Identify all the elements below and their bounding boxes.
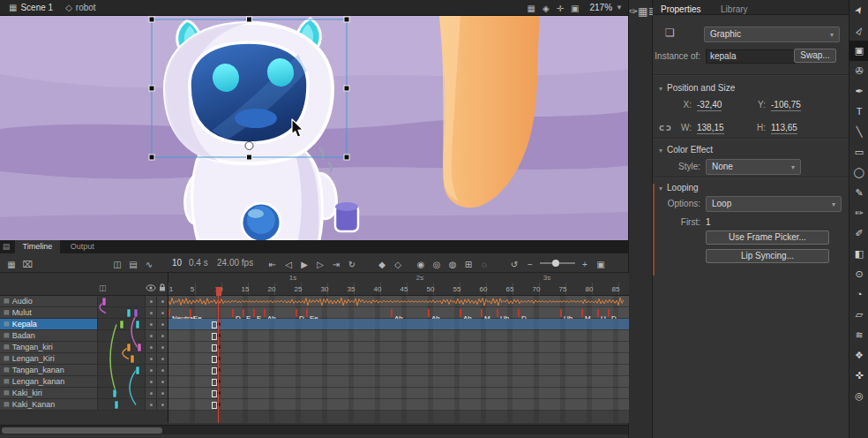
layer-depth-icon[interactable]: ◫ [109, 257, 125, 273]
thumbnail-view-icon[interactable]: ▤ [125, 257, 141, 273]
eraser-tool[interactable]: ▱ [849, 305, 868, 325]
onion-markers-icon[interactable]: ⊞ [460, 257, 476, 273]
zoom-out-timeline-icon[interactable]: − [522, 257, 538, 273]
layer-visibility-dot[interactable] [145, 365, 156, 375]
delete-icon[interactable]: ⌧ [19, 257, 35, 273]
fit-timeline-icon[interactable]: ▣ [593, 257, 609, 273]
subselection-tool[interactable]: ▻ [849, 20, 868, 41]
tab-output[interactable]: Output [63, 240, 102, 253]
pen-tool[interactable]: ✒ [849, 81, 868, 102]
layer-frames-row[interactable] [168, 376, 629, 388]
width-tool[interactable]: ≋ [849, 325, 868, 345]
layer-visibility-dot[interactable] [145, 353, 156, 364]
frame-rate-value[interactable]: 24.00 fps [217, 258, 253, 268]
layer-name-cell[interactable]: ▤Badan [0, 330, 97, 341]
edit-symbols-icon[interactable]: ◈ [542, 4, 550, 13]
layer-row[interactable]: ▤Audio [0, 296, 168, 307]
go-last-frame-icon[interactable]: ⇥ [328, 257, 344, 273]
paint-brush-tool[interactable]: ✐ [849, 223, 868, 244]
w-value[interactable]: 138,15 [697, 122, 724, 134]
edit-multiple-frames-icon[interactable]: ◍ [445, 257, 460, 273]
add-camera-icon[interactable]: ▦ [4, 257, 19, 273]
zoom-level-dropdown[interactable]: 217% ▼ [590, 3, 624, 12]
text-tool[interactable]: T [849, 102, 868, 122]
lock-all-layers-icon[interactable] [158, 283, 167, 292]
layer-row[interactable]: ▤Tangan_kanan [0, 365, 168, 376]
play-icon[interactable]: ▶ [296, 257, 312, 273]
style-dropdown[interactable]: None ▾ [706, 159, 801, 175]
layer-frames-row[interactable] [168, 399, 629, 411]
breadcrumb-scene[interactable]: Scene 1 [20, 3, 53, 12]
layer-row[interactable]: ▤Lengan_kanan [0, 376, 168, 388]
classic-brush-tool[interactable]: ✏ [849, 203, 868, 223]
layer-lock-dot[interactable] [156, 388, 168, 398]
layer-row[interactable]: ▤Lengan_Kiri [0, 353, 168, 365]
layer-lock-dot[interactable] [156, 307, 168, 318]
breadcrumb-symbol[interactable]: robot [76, 3, 96, 12]
layer-lock-dot[interactable] [156, 376, 168, 387]
layer-frames-row[interactable] [168, 319, 629, 330]
layer-name-cell[interactable]: ▤Audio [0, 296, 97, 306]
layer-lock-dot[interactable] [156, 330, 168, 341]
layer-name-cell[interactable]: ▤Mulut [0, 307, 97, 318]
layer-name-cell[interactable]: ▤Kaki_Kanan [0, 399, 97, 410]
layer-name-cell[interactable]: ▤Lengan_kanan [0, 376, 97, 387]
reset-timeline-zoom-icon[interactable]: ↺ [506, 257, 522, 273]
go-first-frame-icon[interactable]: ⇤ [265, 257, 281, 273]
paint-bucket-tool[interactable]: ◧ [849, 244, 868, 264]
layer-visibility-dot[interactable] [145, 330, 156, 341]
loop-options-dropdown[interactable]: Loop ▾ [706, 196, 842, 212]
first-frame-value[interactable]: 1 [706, 216, 711, 228]
hand-tool[interactable]: ✜ [849, 366, 868, 386]
layer-frames-row[interactable] [168, 353, 629, 365]
layer-row[interactable]: ▤Badan [0, 330, 168, 342]
layer-row[interactable]: ▤Kaki_kiri [0, 388, 168, 399]
current-frame-value[interactable]: 10 [172, 258, 182, 268]
layer-lock-dot[interactable] [156, 365, 168, 375]
graph-view-icon[interactable]: ∿ [141, 257, 157, 273]
swap-button[interactable]: Swap... [794, 49, 836, 63]
lip-syncing-button[interactable]: Lip Syncing... [706, 249, 829, 263]
layer-frames-row[interactable] [168, 342, 629, 353]
timeline-frame-ruler[interactable]: 1510152025303540455055606570758085 [168, 283, 629, 296]
edit-scene-icon[interactable]: ▦ [528, 4, 535, 13]
layer-row[interactable]: ▤Kaki_Kanan [0, 399, 168, 411]
section-color-effect[interactable]: ▾Color Effect [659, 145, 713, 155]
layer-name-cell[interactable]: ▤Tangan_kanan [0, 365, 97, 375]
layer-lock-dot[interactable] [156, 399, 168, 410]
eyedropper-tool[interactable]: ◔ [849, 284, 868, 305]
layer-visibility-dot[interactable] [145, 342, 156, 352]
zoom-in-timeline-icon[interactable]: + [577, 257, 593, 273]
line-tool[interactable]: ╲ [849, 122, 868, 142]
layer-name-cell[interactable]: ▤Kaki_kiri [0, 388, 97, 398]
layer-visibility-dot[interactable] [145, 376, 156, 387]
tab-timeline[interactable]: Timeline [15, 240, 61, 253]
tab-properties[interactable]: Properties [653, 3, 709, 14]
loop-icon[interactable]: ↻ [344, 257, 360, 273]
tab-library[interactable]: Library [713, 3, 756, 14]
slider-thumb[interactable] [552, 260, 559, 267]
transform-point[interactable] [245, 142, 253, 150]
step-back-icon[interactable]: ◁ [281, 257, 296, 273]
layer-row[interactable]: ▤Kepala [0, 319, 168, 330]
show-hide-all-layers-icon[interactable] [146, 283, 156, 292]
link-width-height-icon[interactable] [658, 123, 672, 133]
layer-frames-row[interactable]: NeutralEeDEFAhDEeAhAhAhMUhDUhMUD [168, 307, 629, 319]
layer-lock-dot[interactable] [156, 342, 168, 352]
insert-blank-keyframe-icon[interactable]: ◇ [390, 257, 406, 273]
instance-name-field[interactable]: kepala [706, 49, 796, 64]
free-transform-tool[interactable]: ▣ [849, 41, 868, 61]
layer-name-cell[interactable]: ▤Lengan_Kiri [0, 353, 97, 364]
section-looping[interactable]: ▾Looping [659, 183, 699, 193]
center-playhead-icon[interactable]: ◌ [476, 257, 492, 273]
h-value[interactable]: 113,65 [771, 122, 797, 134]
stage-canvas[interactable] [0, 16, 628, 240]
step-forward-icon[interactable]: ▷ [312, 257, 328, 273]
ink-bottle-tool[interactable]: ⊙ [849, 264, 868, 284]
onion-skin-icon[interactable]: ◉ [413, 257, 429, 273]
layer-name-cell[interactable]: ▤Kepala [0, 319, 97, 329]
timeline-horizontal-scrollbar[interactable] [0, 425, 628, 434]
oval-tool[interactable]: ◯ [849, 162, 868, 183]
layer-visibility-dot[interactable] [145, 399, 156, 410]
layer-frames-row[interactable] [168, 365, 629, 376]
